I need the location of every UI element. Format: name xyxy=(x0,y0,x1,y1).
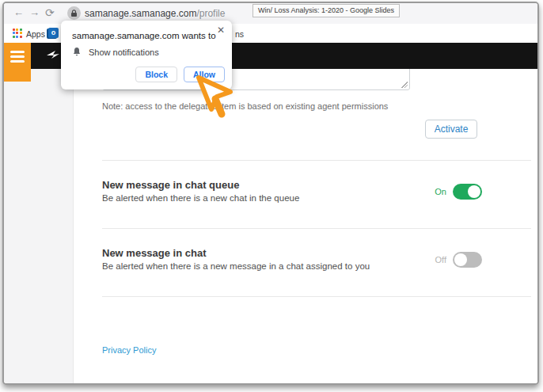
close-icon[interactable]: ✕ xyxy=(217,25,225,35)
chat-queue-setting-description: Be alerted when there is a new chat in t… xyxy=(102,193,299,203)
toggle-knob xyxy=(454,253,467,266)
resize-handle-icon[interactable] xyxy=(401,82,408,88)
address-bar[interactable]: samanage.samanage.com/profile xyxy=(85,8,225,19)
collapsed-sidebar xyxy=(4,69,74,383)
permission-request-text: Show notifications xyxy=(89,48,159,57)
block-button[interactable]: Block xyxy=(135,67,177,82)
chat-queue-toggle-row: On xyxy=(435,184,482,200)
forward-icon[interactable]: → xyxy=(29,6,40,18)
hamburger-icon xyxy=(10,51,25,65)
samanage-logo-icon xyxy=(45,49,61,62)
bookmark-partial-text[interactable]: ns xyxy=(235,29,244,39)
bell-icon xyxy=(72,47,82,57)
lock-glyph xyxy=(70,10,78,17)
cursor-pointer-icon xyxy=(192,73,238,124)
toggle-knob xyxy=(468,185,480,198)
chat-message-toggle[interactable] xyxy=(453,252,482,268)
section-divider xyxy=(102,296,531,297)
profile-settings-page xyxy=(74,69,537,383)
chat-message-toggle-row: Off xyxy=(435,252,482,268)
apps-grid-icon[interactable] xyxy=(13,29,22,38)
url-host: samanage.samanage.com xyxy=(85,8,196,19)
screenshot-stage: ← → ⟳ samanage.samanage.com/profile Apps… xyxy=(0,0,543,392)
permission-dialog-title: samanage.samanage.com wants to xyxy=(72,31,216,40)
section-divider xyxy=(102,228,531,229)
lock-icon[interactable] xyxy=(67,6,81,20)
back-icon[interactable]: ← xyxy=(13,6,24,18)
chat-message-setting-title: New message in chat xyxy=(102,247,207,259)
chat-queue-setting-title: New message in chat queue xyxy=(102,179,239,191)
url-path: /profile xyxy=(196,8,225,19)
browser-window: ← → ⟳ samanage.samanage.com/profile Apps… xyxy=(2,2,539,385)
privacy-policy-link[interactable]: Privacy Policy xyxy=(102,345,156,355)
activate-button[interactable]: Activate xyxy=(425,120,477,139)
toggle-state-label: On xyxy=(435,187,446,196)
chat-queue-toggle[interactable] xyxy=(453,184,482,200)
tab-title-tooltip: Win/ Loss Analysis: 1-2020 - Google Slid… xyxy=(253,4,400,17)
outlook-icon[interactable]: o xyxy=(48,28,59,38)
chat-message-setting-description: Be alerted when there is a new message i… xyxy=(102,261,370,271)
delegation-note: Note: access to the delegated item is ba… xyxy=(102,101,388,111)
sidebar-menu-button[interactable] xyxy=(4,43,31,82)
toggle-state-label: Off xyxy=(435,255,446,265)
reload-icon[interactable]: ⟳ xyxy=(45,6,55,19)
apps-bookmark-label[interactable]: Apps xyxy=(26,29,45,39)
section-divider xyxy=(102,160,531,161)
